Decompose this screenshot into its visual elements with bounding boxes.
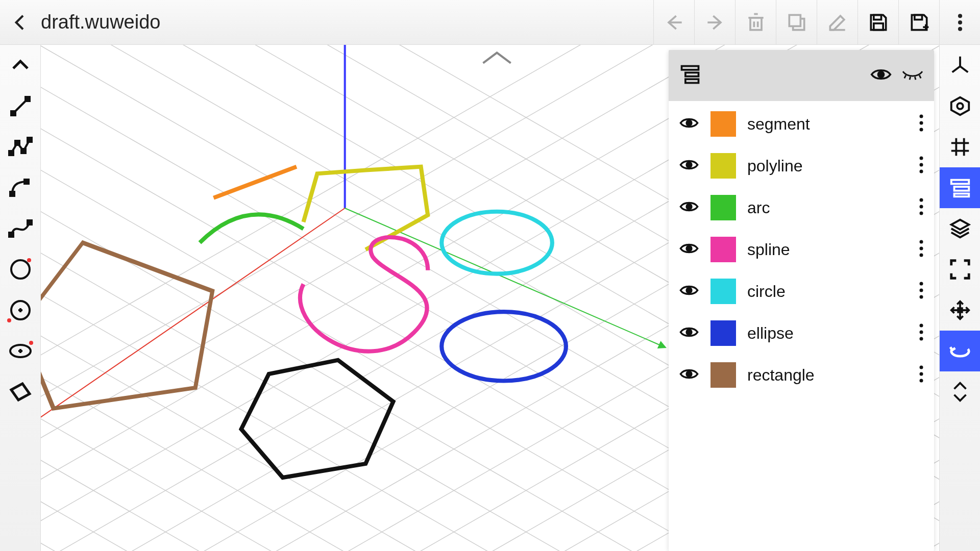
- svg-point-126: [920, 331, 923, 334]
- layer-row[interactable]: circle: [669, 270, 934, 312]
- more-icon[interactable]: [919, 281, 924, 302]
- left-toolbar: [0, 45, 41, 551]
- layer-row[interactable]: spline: [669, 229, 934, 270]
- save-as-button[interactable]: [898, 0, 939, 44]
- segment-tool[interactable]: [0, 86, 40, 127]
- polyline-tool[interactable]: [0, 127, 40, 167]
- collapse-up-icon[interactable]: [0, 45, 40, 86]
- eye-icon[interactable]: [679, 367, 699, 383]
- layers-list[interactable]: segmentpolylinearcsplinecircleellipserec…: [669, 101, 934, 551]
- svg-point-110: [920, 163, 923, 167]
- svg-rect-22: [21, 149, 26, 153]
- layer-row[interactable]: arc: [669, 187, 934, 229]
- svg-point-117: [920, 240, 923, 244]
- layers-tree-icon[interactable]: [679, 63, 701, 88]
- svg-point-118: [920, 247, 923, 251]
- expand-vert-icon[interactable]: [940, 371, 980, 412]
- color-swatch[interactable]: [710, 362, 736, 388]
- svg-rect-11: [914, 15, 922, 19]
- layer-name: ellipse: [747, 324, 908, 343]
- color-swatch[interactable]: [710, 111, 736, 137]
- eye-icon[interactable]: [679, 199, 699, 216]
- svg-rect-2: [750, 17, 762, 30]
- layer-name: polyline: [747, 157, 908, 176]
- orbit-icon[interactable]: [940, 331, 980, 371]
- svg-rect-27: [28, 220, 32, 224]
- svg-point-113: [920, 198, 923, 202]
- show-all-icon[interactable]: [870, 63, 892, 88]
- svg-rect-95: [958, 308, 962, 312]
- more-icon[interactable]: [919, 156, 924, 176]
- more-icon[interactable]: [919, 239, 924, 260]
- grid-icon[interactable]: [940, 127, 980, 167]
- fullscreen-icon[interactable]: [940, 249, 980, 290]
- more-icon[interactable]: [919, 323, 924, 343]
- svg-rect-26: [9, 233, 13, 237]
- svg-rect-96: [682, 66, 699, 70]
- svg-line-101: [910, 77, 910, 80]
- layer-row[interactable]: polyline: [669, 145, 934, 187]
- svg-rect-23: [28, 138, 32, 142]
- eye-icon[interactable]: [679, 241, 699, 258]
- eye-icon[interactable]: [679, 158, 699, 174]
- arc-tool[interactable]: [0, 167, 40, 208]
- layers-panel-header: [669, 50, 934, 101]
- color-swatch[interactable]: [710, 320, 736, 346]
- svg-point-107: [920, 128, 923, 132]
- svg-point-28: [11, 260, 30, 279]
- duplicate-button[interactable]: [776, 0, 817, 44]
- ellipse-tool[interactable]: [0, 331, 40, 371]
- svg-point-119: [920, 254, 923, 257]
- undo-button[interactable]: [653, 0, 694, 44]
- svg-line-103: [919, 75, 921, 78]
- circle-center-tool[interactable]: [0, 290, 40, 331]
- svg-point-130: [920, 372, 923, 376]
- edit-button[interactable]: [817, 0, 857, 44]
- color-swatch[interactable]: [710, 237, 736, 262]
- svg-line-81: [952, 66, 960, 72]
- more-icon[interactable]: [919, 114, 924, 134]
- svg-marker-78: [41, 243, 221, 409]
- circle-tool[interactable]: [0, 249, 40, 290]
- svg-rect-90: [954, 187, 969, 191]
- svg-line-75: [213, 167, 296, 198]
- rectangle-tool[interactable]: [0, 371, 40, 412]
- back-button[interactable]: [10, 12, 31, 33]
- svg-marker-92: [951, 220, 969, 230]
- stack-layers-icon[interactable]: [940, 208, 980, 249]
- menu-button[interactable]: [939, 0, 980, 44]
- layer-row[interactable]: ellipse: [669, 312, 934, 354]
- svg-point-124: [687, 330, 692, 335]
- svg-rect-10: [873, 23, 883, 30]
- color-swatch[interactable]: [710, 195, 736, 220]
- move-icon[interactable]: [940, 290, 980, 331]
- svg-point-123: [920, 295, 923, 299]
- svg-point-104: [687, 120, 692, 126]
- eye-icon[interactable]: [679, 325, 699, 341]
- more-icon[interactable]: [919, 365, 924, 385]
- svg-rect-97: [685, 72, 699, 76]
- layer-name: arc: [747, 198, 908, 217]
- svg-rect-21: [15, 141, 19, 145]
- svg-point-121: [920, 282, 923, 286]
- svg-point-116: [687, 246, 692, 251]
- svg-point-112: [687, 204, 692, 209]
- eye-icon[interactable]: [679, 116, 699, 132]
- header-bar: draft.wuweido: [0, 0, 980, 45]
- hide-all-icon[interactable]: [901, 63, 924, 88]
- layer-row[interactable]: rectangle: [669, 354, 934, 396]
- delete-button[interactable]: [735, 0, 776, 44]
- view-cube-icon[interactable]: [940, 86, 980, 127]
- spline-tool[interactable]: [0, 208, 40, 249]
- color-swatch[interactable]: [710, 279, 736, 304]
- color-swatch[interactable]: [710, 153, 736, 179]
- save-button[interactable]: [857, 0, 898, 44]
- svg-rect-98: [685, 79, 699, 83]
- redo-button[interactable]: [694, 0, 735, 44]
- more-icon[interactable]: [919, 197, 924, 218]
- layer-row[interactable]: segment: [669, 103, 934, 145]
- layers-panel-icon[interactable]: [940, 167, 980, 208]
- axes-icon[interactable]: [940, 45, 980, 86]
- svg-point-109: [920, 157, 923, 160]
- eye-icon[interactable]: [679, 283, 699, 299]
